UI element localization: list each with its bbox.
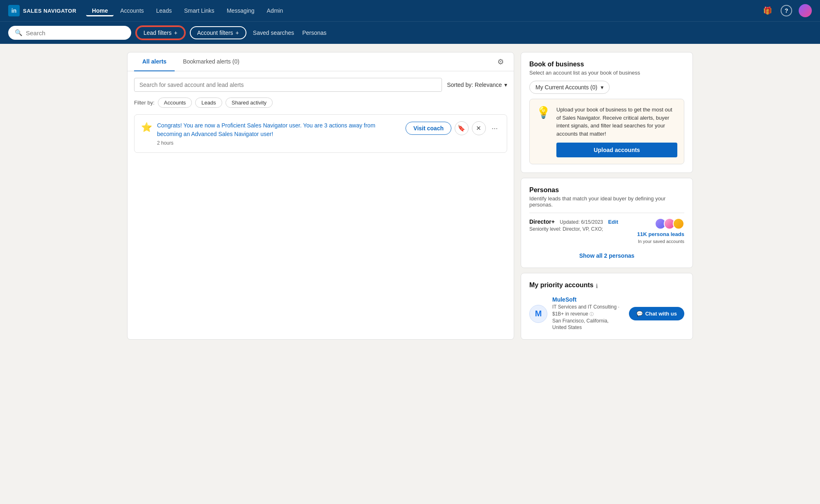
alert-time: 2 hours — [157, 140, 401, 146]
bookmark-button[interactable]: 🔖 — [455, 121, 469, 135]
lead-filters-label: Lead filters — [144, 30, 171, 36]
lead-filters-button[interactable]: Lead filters + — [136, 26, 185, 39]
upload-card-body: Upload your book of business to get the … — [556, 106, 677, 157]
upload-accounts-button[interactable]: Upload accounts — [556, 143, 677, 157]
account-location: San Francisco, California, United States — [552, 318, 624, 331]
priority-account-row: M MuleSoft IT Services and IT Consulting… — [529, 291, 684, 331]
alert-body: Congrats! You are now a Proficient Sales… — [157, 121, 401, 146]
top-navigation: in SALES NAVIGATOR Home Accounts Leads S… — [0, 0, 820, 21]
chat-icon: 💬 — [636, 311, 643, 317]
search-input[interactable] — [26, 30, 125, 36]
personas-link[interactable]: Personas — [301, 27, 328, 39]
personas-card: Personas Identify leads that match your … — [521, 178, 693, 268]
panel-body: Sorted by: Relevance ▾ Filter by: Accoun… — [128, 71, 514, 159]
persona-avatars — [655, 218, 684, 229]
linkedin-icon: in — [8, 5, 20, 16]
nav-link-accounts[interactable]: Accounts — [114, 5, 150, 16]
nav-links: Home Accounts Leads Smart Links Messagin… — [86, 5, 758, 16]
filter-leads[interactable]: Leads — [195, 98, 222, 108]
dismiss-button[interactable]: ✕ — [472, 121, 486, 135]
persona-leads-count[interactable]: 11K persona leads — [637, 231, 684, 237]
priority-accounts-title: My priority accounts — [529, 282, 593, 289]
alert-actions: Visit coach 🔖 ✕ ··· — [405, 121, 500, 135]
filter-shared-activity[interactable]: Shared activity — [226, 98, 273, 108]
personas-title: Personas — [529, 186, 684, 194]
sort-button[interactable]: Sorted by: Relevance ▾ — [447, 82, 507, 88]
account-name-link[interactable]: MuleSoft — [552, 296, 624, 303]
persona-updated: Updated: 6/15/2023 — [560, 219, 603, 225]
sort-label: Sorted by: Relevance — [447, 82, 502, 88]
filter-accounts[interactable]: Accounts — [158, 98, 192, 108]
tabs: All alerts Bookmarked alerts (0) ⚙ — [128, 52, 514, 71]
chat-with-us-button[interactable]: 💬 Chat with us — [629, 307, 684, 320]
search-icon: 🔍 — [15, 29, 23, 36]
biz-dropdown[interactable]: My Current Accounts (0) ▾ — [529, 81, 610, 94]
search-sort-row: Sorted by: Relevance ▾ — [134, 78, 507, 92]
tab-settings-icon[interactable]: ⚙ — [494, 54, 507, 70]
lead-filters-plus: + — [174, 30, 177, 36]
tab-bookmarked-alerts[interactable]: Bookmarked alerts (0) — [175, 52, 248, 71]
priority-accounts-card: My priority accounts ℹ M MuleSoft IT Ser… — [521, 273, 693, 340]
persona-seniority: Seniority level: Director, VP, CXO; — [529, 226, 618, 232]
close-icon: ✕ — [476, 125, 481, 132]
alert-item: ⭐ Congrats! You are now a Proficient Sal… — [134, 114, 507, 153]
persona-name: Director+ — [529, 218, 555, 225]
bulb-icon: 💡 — [536, 106, 551, 119]
nav-link-smart-links[interactable]: Smart Links — [178, 5, 220, 16]
personas-subtitle: Identify leads that match your ideal buy… — [529, 195, 684, 208]
upload-card-text: Upload your book of business to get the … — [556, 106, 677, 138]
tab-all-alerts[interactable]: All alerts — [134, 52, 175, 71]
book-of-business-title: Book of business — [529, 61, 684, 68]
alert-text: Congrats! You are now a Proficient Sales… — [157, 121, 401, 138]
left-panel: All alerts Bookmarked alerts (0) ⚙ Sorte… — [127, 52, 514, 340]
priority-accounts-info-icon[interactable]: ℹ — [596, 283, 598, 289]
persona-avatar-3 — [673, 218, 684, 229]
search-input-wrap[interactable]: 🔍 — [8, 26, 131, 40]
persona-leads-label: In your saved accounts — [638, 239, 684, 244]
book-of-business-subtitle: Select an account list as your book of b… — [529, 70, 684, 76]
nav-link-messaging[interactable]: Messaging — [221, 5, 260, 16]
nav-link-home[interactable]: Home — [86, 5, 114, 16]
account-description: IT Services and IT Consulting · $1B+ in … — [552, 304, 624, 318]
account-filters-label: Account filters — [197, 30, 233, 36]
filter-label: Filter by: — [134, 100, 155, 106]
main-content: All alerts Bookmarked alerts (0) ⚙ Sorte… — [119, 44, 701, 348]
filter-row: Filter by: Accounts Leads Shared activit… — [134, 98, 507, 108]
right-panel: Book of business Select an account list … — [521, 52, 693, 340]
persona-right: 11K persona leads In your saved accounts — [637, 218, 684, 244]
gift-icon[interactable]: 🎁 — [761, 4, 774, 17]
chat-label: Chat with us — [645, 311, 677, 317]
persona-info: Director+ Updated: 6/15/2023 Edit Senior… — [529, 218, 618, 232]
user-avatar[interactable] — [799, 4, 812, 17]
book-of-business-card: Book of business Select an account list … — [521, 52, 693, 173]
alerts-search-input[interactable] — [134, 78, 442, 92]
saved-searches-link[interactable]: Saved searches — [251, 27, 296, 39]
nav-link-leads[interactable]: Leads — [150, 5, 178, 16]
persona-row: Director+ Updated: 6/15/2023 Edit Senior… — [529, 213, 684, 249]
nav-link-admin[interactable]: Admin — [261, 5, 289, 16]
biz-dropdown-chevron: ▾ — [601, 84, 604, 91]
alert-star-icon: ⭐ — [141, 122, 152, 133]
account-info-icon: ⓘ — [590, 312, 594, 316]
more-options-button[interactable]: ··· — [489, 123, 500, 134]
biz-dropdown-label: My Current Accounts (0) — [535, 84, 597, 91]
show-all-personas-link[interactable]: Show all 2 personas — [579, 252, 635, 259]
nav-right-icons: 🎁 ? — [761, 4, 812, 17]
priority-accounts-title-row: My priority accounts ℹ — [529, 282, 684, 291]
show-all-link: Show all 2 personas — [529, 252, 684, 259]
account-filters-plus: + — [236, 30, 239, 36]
account-logo: M — [529, 305, 547, 323]
help-icon[interactable]: ? — [781, 5, 792, 16]
nav-logo[interactable]: in SALES NAVIGATOR — [8, 5, 76, 16]
persona-edit-button[interactable]: Edit — [608, 219, 618, 225]
account-filters-button[interactable]: Account filters + — [190, 26, 246, 39]
search-bar: 🔍 Lead filters + Account filters + Saved… — [0, 21, 820, 44]
visit-coach-button[interactable]: Visit coach — [405, 122, 451, 135]
account-initials: M — [535, 309, 542, 318]
alert-link[interactable]: Congrats! You are now a Proficient Sales… — [157, 122, 375, 137]
nav-brand-text: SALES NAVIGATOR — [23, 8, 76, 14]
account-info: MuleSoft IT Services and IT Consulting ·… — [552, 296, 624, 331]
upload-card: 💡 Upload your book of business to get th… — [529, 99, 684, 164]
bookmark-icon: 🔖 — [458, 125, 465, 132]
persona-name-row: Director+ Updated: 6/15/2023 Edit — [529, 218, 618, 225]
